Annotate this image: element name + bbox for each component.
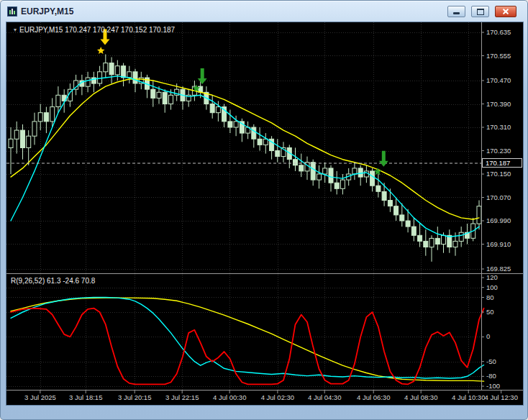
candle-body [234,122,238,127]
candle-body [429,238,434,247]
candle-body [115,66,119,75]
candle-body [228,122,232,127]
current-price-tag: 170.187 [482,158,522,168]
candle-body [151,89,155,98]
candle-body [86,78,90,86]
candle-body [329,168,333,183]
indicator-axis-label: 0 [486,332,490,340]
close-button[interactable] [495,6,516,17]
candle-body [477,206,481,224]
indicator-axis-label: 80 [486,293,494,301]
ohlc-label: ▾EURJPY,M15 170.247 170.247 170.152 170.… [14,26,175,34]
candle-body [388,201,392,206]
candle-body [411,227,416,235]
candle-body [163,92,167,104]
chart-canvas[interactable]: 170.635170.555170.470170.390170.310170.2… [6,22,523,405]
indicator-axis-label: 50 [486,308,494,316]
candle-body [358,168,363,177]
candle-body [323,168,327,174]
collapse-symbol-panel-icon[interactable]: ▾ [14,27,17,33]
candle-body [340,180,345,188]
indicator-label: R(9,26,52) 61.3 -24.6 70.8 [11,277,95,285]
close-icon [502,8,509,15]
indicator-axis-label: -100 [486,382,500,390]
candle-body [382,191,386,200]
candle-body [133,72,137,83]
candle-body [169,95,173,104]
price-axis-label: 170.310 [486,123,511,131]
candle-body [311,163,315,180]
candle-body [299,165,304,171]
maximize-icon [477,9,484,15]
price-axis-label: 170.390 [486,100,511,108]
window-title: EURJPY,M15 [21,6,73,17]
time-axis-label: 3 Jul 20:15 [118,393,151,401]
time-axis-label: 3 Jul 18:15 [69,393,102,401]
chart-window: EURJPY,M15 170.635170.555170.470170.3901… [0,0,528,420]
candle-body [27,136,31,147]
candle-body [459,232,463,241]
candle-body [400,215,404,221]
candle-body [122,66,126,78]
candle-body [334,183,339,188]
candle-body [394,206,399,215]
candle-body [109,63,114,75]
titlebar[interactable]: EURJPY,M15 [1,1,527,22]
price-axis-label: 169.990 [486,216,511,224]
minimize-button[interactable] [447,6,465,17]
maximize-button[interactable] [471,6,489,17]
ma-fast-cyan-line [11,76,479,237]
indicator-axis-label: 120 [486,273,498,281]
candle-body [127,72,132,78]
indicator-red-line [11,309,484,385]
time-axis-label: 4 Jul 08:30 [404,393,437,401]
candle-body [38,113,42,122]
time-axis-label: 3 Jul 2025 [24,393,56,401]
time-axis-label: 3 Jul 22:15 [165,393,199,401]
time-axis-label: 4 Jul 06:30 [357,393,390,401]
candle-body [210,104,214,113]
candle-body [258,139,262,145]
chart-area[interactable]: 170.635170.555170.470170.390170.310170.2… [6,22,523,405]
candle-body [14,130,19,139]
candle-body [406,221,410,227]
price-axis-label: 170.070 [486,193,511,201]
candle-body [435,238,440,244]
time-axis-label: 4 Jul 00:30 [213,393,246,401]
window-controls [447,6,516,17]
candle-body [424,241,428,247]
candle-body [50,107,55,122]
price-axis-label: 170.635 [486,28,511,36]
candle-body [263,139,268,145]
ohlc-text: EURJPY,M15 170.247 170.247 170.152 170.1… [19,26,175,34]
candle-body [157,92,161,98]
time-axis-label: 4 Jul 02:30 [261,393,294,401]
candle-body [370,171,375,186]
price-axis-label: 170.230 [486,147,511,155]
candle-body [352,168,357,174]
price-axis-label: 170.470 [486,76,511,84]
price-axis-label: 170.555 [486,52,511,60]
candle-body [276,151,280,157]
candle-body [32,122,37,136]
candle-body [21,130,25,147]
signal-arrow-down-icon[interactable] [379,151,388,167]
candle-body [56,95,60,106]
minimize-icon [453,12,460,14]
price-axis-label: 169.910 [486,240,511,248]
candle-body [418,235,422,241]
candle-body [293,160,298,165]
candle-body [104,63,108,72]
candle-body [216,107,220,113]
signal-arrow-down-icon[interactable] [198,68,207,84]
candle-body [252,127,256,139]
window-chart-icon [7,6,17,17]
candle-body [9,139,13,147]
candle-body [453,241,458,247]
time-axis-label: 4 Jul 12:30 [484,393,517,401]
time-axis-label: 4 Jul 10:30 [452,393,485,401]
price-axis-label: 170.150 [486,170,511,178]
indicator-axis-label: -80 [486,372,496,380]
price-axis-label: 169.825 [486,265,511,273]
signal-star-icon[interactable] [97,47,105,54]
